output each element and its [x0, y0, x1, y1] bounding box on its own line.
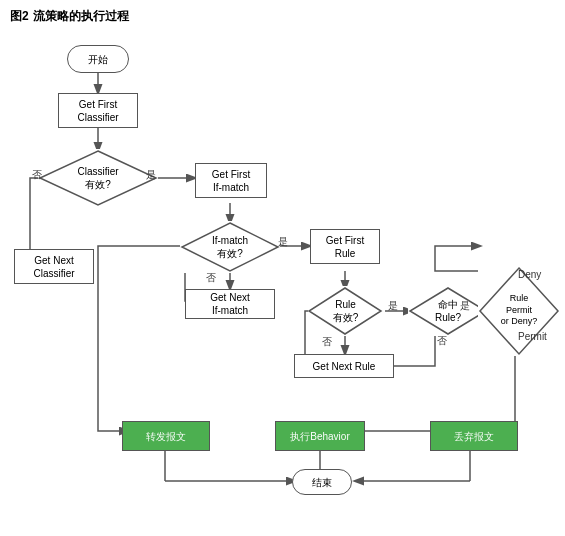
- classifier-valid-node: Classifier 有效?: [38, 149, 158, 207]
- label-rule-yes: 是: [388, 299, 398, 313]
- get-first-ifmatch-node: Get First If-match: [195, 163, 267, 198]
- forward-node: 转发报文: [122, 421, 210, 451]
- label-deny: Deny: [518, 269, 541, 280]
- get-next-classifier-node: Get Next Classifier: [14, 249, 94, 284]
- end-node: 结束: [292, 469, 352, 495]
- get-next-rule-node: Get Next Rule: [294, 354, 394, 378]
- flowchart: 是 否 是 否 是 否 是 否 Deny Permit 开始 Get First…: [10, 31, 555, 531]
- label-ifmatch-yes: 是: [278, 235, 288, 249]
- label-classifier-yes: 是: [146, 168, 156, 182]
- get-next-ifmatch-node: Get Next If-match: [185, 289, 275, 319]
- label-ifmatch-no: 否: [206, 271, 216, 285]
- label-rule-no: 否: [322, 335, 332, 349]
- discard-node: 丢弃报文: [430, 421, 518, 451]
- page: 图2 流策略的执行过程: [0, 0, 565, 536]
- label-hit-yes: 是: [460, 299, 470, 313]
- get-first-rule-node: Get First Rule: [310, 229, 380, 264]
- start-node: 开始: [67, 45, 129, 73]
- fig-label: 图2: [10, 8, 29, 25]
- title-description: 流策略的执行过程: [33, 8, 129, 25]
- ifmatch-valid-node: If-match 有效?: [180, 221, 280, 273]
- get-first-classifier-node: Get First Classifier: [58, 93, 138, 128]
- hit-rule-node: 命中 Rule?: [408, 286, 488, 336]
- label-permit: Permit: [518, 331, 547, 342]
- page-title: 图2 流策略的执行过程: [10, 8, 555, 25]
- rule-valid-node: Rule 有效?: [308, 286, 383, 336]
- label-hit-no: 否: [437, 334, 447, 348]
- execute-behavior-node: 执行Behavior: [275, 421, 365, 451]
- label-classifier-no: 否: [32, 168, 42, 182]
